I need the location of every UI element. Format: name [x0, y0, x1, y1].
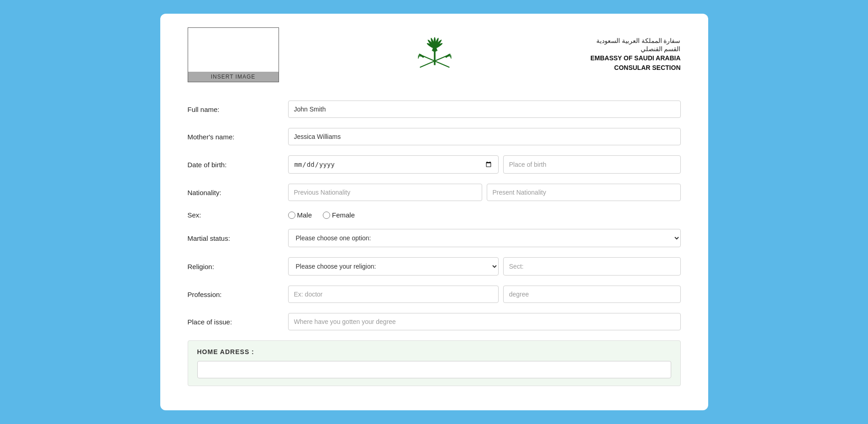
religion-label: Religion: [188, 263, 288, 270]
present-nationality-input[interactable] [487, 184, 681, 201]
sex-male-label[interactable]: Male [288, 211, 312, 219]
marital-label: Martial status: [188, 234, 288, 242]
marital-row: Martial status: Please choose one option… [188, 229, 681, 247]
image-placeholder[interactable]: INSERT IMAGE [188, 27, 279, 82]
profession-label: Profession: [188, 291, 288, 298]
embassy-text: سفارة المملكة العربية السعودية القسم الق… [590, 37, 681, 73]
dob-input[interactable] [288, 155, 499, 174]
embassy-english-line2: CONSULAR SECTION [590, 63, 681, 73]
place-of-issue-input[interactable] [288, 313, 681, 330]
mothers-name-row: Mother's name: [188, 128, 681, 145]
previous-nationality-input[interactable] [288, 184, 482, 201]
profession-input[interactable] [288, 286, 499, 303]
sex-male-radio[interactable] [288, 212, 295, 219]
saudi-emblem-icon [414, 32, 455, 78]
fullname-row: Full name: [188, 101, 681, 118]
marital-select[interactable]: Please choose one option: Single Married… [288, 229, 681, 247]
main-card: INSERT IMAGE [160, 14, 708, 410]
fullname-fields [288, 101, 681, 118]
profession-fields [288, 286, 681, 303]
marital-fields: Please choose one option: Single Married… [288, 229, 681, 247]
place-of-issue-row: Place of issue: [188, 313, 681, 330]
fullname-label: Full name: [188, 106, 288, 113]
nationality-row: Nationality: [188, 184, 681, 201]
sect-input[interactable] [503, 257, 681, 276]
sex-label: Sex: [188, 211, 288, 219]
sex-row: Sex: Male Female [188, 211, 681, 219]
arabic-line2: القسم القنصلي [590, 45, 681, 53]
profession-row: Profession: [188, 286, 681, 303]
sex-female-text: Female [332, 211, 355, 219]
form-section: Full name: Mother's name: Date of birth:… [188, 101, 681, 386]
place-of-issue-label: Place of issue: [188, 318, 288, 326]
logo-center [279, 32, 590, 78]
mothers-name-input[interactable] [288, 128, 681, 145]
home-address-title: HOME ADRESS : [197, 348, 671, 355]
sex-female-label[interactable]: Female [323, 211, 355, 219]
sex-radio-group: Male Female [288, 211, 681, 219]
place-of-issue-fields [288, 313, 681, 330]
arabic-line1: سفارة المملكة العربية السعودية [590, 37, 681, 44]
mothers-name-label: Mother's name: [188, 133, 288, 141]
mothers-name-fields [288, 128, 681, 145]
sex-female-radio[interactable] [323, 212, 330, 219]
place-of-birth-input[interactable] [503, 155, 681, 174]
religion-fields: Please choose your religion: Islam Chris… [288, 257, 681, 276]
nationality-fields [288, 184, 681, 201]
fullname-input[interactable] [288, 101, 681, 118]
dob-fields [288, 155, 681, 174]
dob-label: Date of birth: [188, 161, 288, 169]
insert-image-label: INSERT IMAGE [188, 72, 279, 82]
nationality-label: Nationality: [188, 189, 288, 196]
religion-row: Religion: Please choose your religion: I… [188, 257, 681, 276]
degree-input[interactable] [503, 286, 681, 303]
header: INSERT IMAGE [188, 27, 681, 82]
sex-male-text: Male [297, 211, 312, 219]
home-address-input[interactable] [197, 361, 671, 378]
dob-row: Date of birth: [188, 155, 681, 174]
home-address-section: HOME ADRESS : [188, 340, 681, 386]
religion-select[interactable]: Please choose your religion: Islam Chris… [288, 257, 499, 276]
embassy-english-line1: EMBASSY OF SAUDI ARABIA [590, 53, 681, 63]
